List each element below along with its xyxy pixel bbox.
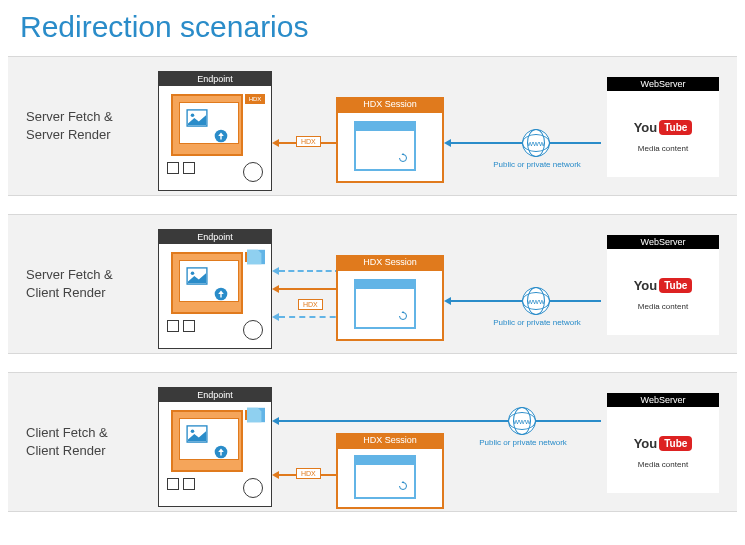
circle-icon [243, 162, 263, 182]
network-label: Public or private network [492, 319, 582, 328]
webserver-header: WebServer [607, 235, 719, 249]
globe-icon: www [522, 287, 550, 315]
webserver-header: WebServer [607, 77, 719, 91]
dot-icon [183, 478, 195, 490]
connector-dashed [279, 270, 341, 272]
hdx-session-box: HDX Session [336, 433, 444, 523]
hdx-badge: HDX [245, 94, 265, 104]
hdx-tag: HDX [298, 299, 323, 310]
media-content-label: Media content [638, 145, 688, 154]
arrow-left-icon [272, 267, 279, 275]
svg-point-8 [191, 430, 195, 434]
hdx-tag: HDX [296, 468, 321, 479]
endpoint-header: Endpoint [159, 388, 271, 402]
scenario-label: Server Fetch & Server Render [8, 108, 138, 144]
youtube-logo: You Tube [633, 115, 693, 141]
page-title: Redirection scenarios [0, 0, 745, 56]
hdx-monitor-icon [354, 455, 416, 499]
endpoint-box: Endpoint HDX [158, 387, 272, 507]
scenario-row-server-fetch-server-render: Server Fetch & Server Render Endpoint HD… [8, 56, 737, 196]
dot-icon [167, 162, 179, 174]
file-icon [245, 248, 267, 266]
webserver-header: WebServer [607, 393, 719, 407]
arrow-left-icon [272, 313, 279, 321]
arrow-left-icon [272, 471, 279, 479]
dot-icon [183, 320, 195, 332]
arrow-left-icon [272, 417, 279, 425]
scenario-row-server-fetch-client-render: Server Fetch & Client Render Endpoint HD… [8, 214, 737, 354]
scenario-stage: Endpoint HDX HDX HDX Session [138, 221, 737, 347]
media-content-label: Media content [638, 303, 688, 312]
file-icon [245, 406, 267, 424]
webserver-box: WebServer You Tube Media content [607, 77, 719, 177]
endpoint-monitor [171, 410, 243, 472]
upload-icon [214, 445, 228, 459]
endpoint-header: Endpoint [159, 230, 271, 244]
endpoint-monitor [171, 94, 243, 156]
arrow-left-icon [444, 297, 451, 305]
connector-hdx [279, 288, 336, 290]
endpoint-box: Endpoint HDX [158, 229, 272, 349]
arrow-left-icon [444, 139, 451, 147]
scenario-stage: Endpoint HDX HDX HDX Session [138, 63, 737, 189]
dot-icon [167, 478, 179, 490]
globe-icon: www [508, 407, 536, 435]
hdx-tag: HDX [296, 136, 321, 147]
svg-point-1 [191, 114, 195, 118]
endpoint-box: Endpoint HDX [158, 71, 272, 191]
scenario-row-client-fetch-client-render: Client Fetch & Client Render Endpoint HD… [8, 372, 737, 512]
upload-icon [214, 129, 228, 143]
scenario-label: Server Fetch & Client Render [8, 266, 138, 302]
media-content-label: Media content [638, 461, 688, 470]
hdx-session-box: HDX Session [336, 255, 444, 345]
webserver-box: WebServer You Tube Media content [607, 393, 719, 493]
youtube-logo: You Tube [633, 273, 693, 299]
connector-network [279, 420, 601, 422]
circle-icon [243, 320, 263, 340]
refresh-icon [398, 481, 408, 491]
endpoint-header: Endpoint [159, 72, 271, 86]
upload-icon [214, 287, 228, 301]
circle-icon [243, 478, 263, 498]
media-image-icon [186, 267, 208, 285]
endpoint-monitor [171, 252, 243, 314]
dot-icon [183, 162, 195, 174]
hdx-header: HDX Session [336, 97, 444, 111]
arrow-left-icon [272, 285, 279, 293]
hdx-monitor-icon [354, 121, 416, 171]
hdx-header: HDX Session [336, 433, 444, 447]
youtube-logo: You Tube [633, 431, 693, 457]
hdx-header: HDX Session [336, 255, 444, 269]
globe-icon: www [522, 129, 550, 157]
refresh-icon [398, 311, 408, 321]
arrow-left-icon [272, 139, 279, 147]
hdx-monitor-icon [354, 279, 416, 329]
svg-point-4 [191, 272, 195, 276]
media-image-icon [186, 425, 208, 443]
scenario-stage: Endpoint HDX HDX www Public or private n… [138, 379, 737, 505]
hdx-session-box: HDX Session [336, 97, 444, 187]
network-label: Public or private network [492, 161, 582, 170]
scenario-label: Client Fetch & Client Render [8, 424, 138, 460]
dot-icon [167, 320, 179, 332]
refresh-icon [398, 153, 408, 163]
media-image-icon [186, 109, 208, 127]
network-label: Public or private network [478, 439, 568, 448]
webserver-box: WebServer You Tube Media content [607, 235, 719, 335]
